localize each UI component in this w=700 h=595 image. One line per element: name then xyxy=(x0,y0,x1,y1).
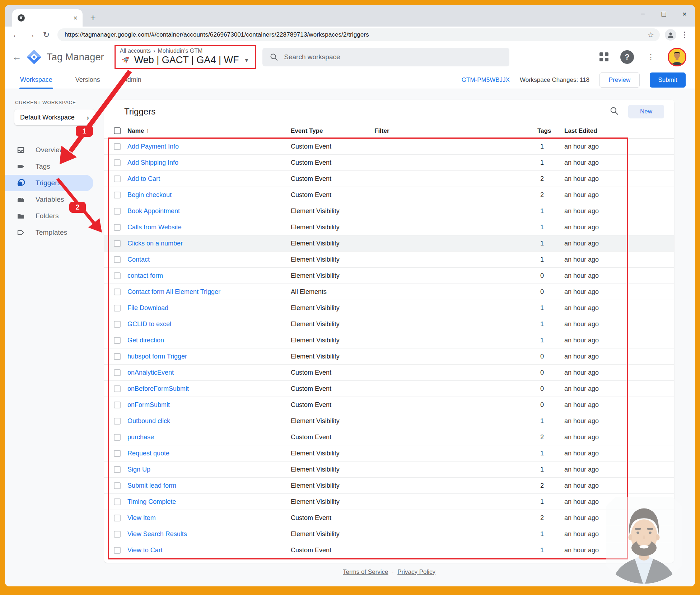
trigger-name-link[interactable]: Submit lead form xyxy=(127,482,291,489)
trigger-name-link[interactable]: contact form xyxy=(127,272,291,280)
table-row[interactable]: Contact Element Visibility 1 an hour ago xyxy=(104,252,674,268)
row-checkbox[interactable] xyxy=(114,515,121,521)
table-row[interactable]: Submit lead form Element Visibility 2 an… xyxy=(104,478,674,494)
gtm-container-id[interactable]: GTM-PM5WBJJX xyxy=(462,76,510,84)
trigger-name-link[interactable]: Request quote xyxy=(127,450,291,457)
row-checkbox[interactable] xyxy=(114,321,121,328)
address-bar[interactable]: https://tagmanager.google.com/#/containe… xyxy=(57,28,660,41)
table-row[interactable]: onFormSubmit Custom Event 0 an hour ago xyxy=(104,397,674,413)
table-row[interactable]: Outbound click Element Visibility 1 an h… xyxy=(104,413,674,429)
column-name[interactable]: Name↑ xyxy=(127,127,291,135)
trigger-name-link[interactable]: Add to Cart xyxy=(127,175,291,183)
row-checkbox[interactable] xyxy=(114,175,121,182)
new-tab-button[interactable]: + xyxy=(87,11,99,24)
trigger-name-link[interactable]: Contact form All Element Trigger xyxy=(127,288,291,296)
browser-tab[interactable]: × xyxy=(12,9,83,27)
select-all-checkbox[interactable] xyxy=(114,127,121,134)
trigger-name-link[interactable]: hubspot form Trigger xyxy=(127,353,291,360)
table-row[interactable]: Contact form All Element Trigger All Ele… xyxy=(104,284,674,300)
row-checkbox[interactable] xyxy=(114,353,121,360)
row-checkbox[interactable] xyxy=(114,337,121,344)
sidebar-item-templates[interactable]: Templates xyxy=(5,224,104,241)
table-row[interactable]: contact form Element Visibility 0 an hou… xyxy=(104,268,674,284)
table-row[interactable]: Request quote Element Visibility 1 an ho… xyxy=(104,445,674,462)
row-checkbox[interactable] xyxy=(114,450,121,457)
table-row[interactable]: onBeforeFormSubmit Custom Event 0 an hou… xyxy=(104,381,674,397)
workspace-search-input[interactable]: Search workspace xyxy=(262,48,509,66)
trigger-name-link[interactable]: Sign Up xyxy=(127,466,291,473)
trigger-name-link[interactable]: purchase xyxy=(127,434,291,441)
trigger-name-link[interactable]: Contact xyxy=(127,256,291,263)
trigger-name-link[interactable]: View to Cart xyxy=(127,547,291,554)
table-row[interactable]: Add Payment Info Custom Event 1 an hour … xyxy=(104,139,674,155)
trigger-name-link[interactable]: Timing Complete xyxy=(127,498,291,506)
apps-grid-icon[interactable] xyxy=(599,52,609,62)
row-checkbox[interactable] xyxy=(114,289,121,295)
help-icon[interactable]: ? xyxy=(620,50,634,64)
reload-icon[interactable]: ↻ xyxy=(40,29,52,41)
row-checkbox[interactable] xyxy=(114,547,121,554)
row-checkbox[interactable] xyxy=(114,418,121,425)
row-checkbox[interactable] xyxy=(114,208,121,215)
row-checkbox[interactable] xyxy=(114,482,121,489)
close-button[interactable]: × xyxy=(674,5,695,27)
table-row[interactable]: File Download Element Visibility 1 an ho… xyxy=(104,300,674,316)
trigger-name-link[interactable]: Book Appointment xyxy=(127,207,291,215)
breadcrumb-account[interactable]: Mohiuddin's GTM xyxy=(158,48,202,54)
row-checkbox[interactable] xyxy=(114,385,121,392)
column-tags[interactable]: Tags xyxy=(537,127,564,135)
trigger-name-link[interactable]: Calls from Website xyxy=(127,224,291,231)
row-checkbox[interactable] xyxy=(114,224,121,231)
column-event-type[interactable]: Event Type xyxy=(291,127,374,135)
preview-button[interactable]: Preview xyxy=(599,72,640,88)
back-icon[interactable]: ← xyxy=(10,29,22,41)
trigger-name-link[interactable]: Begin checkout xyxy=(127,191,291,199)
browser-profile-icon[interactable] xyxy=(665,29,676,41)
bookmark-star-icon[interactable]: ☆ xyxy=(648,31,654,39)
row-checkbox[interactable] xyxy=(114,192,121,198)
table-search-icon[interactable] xyxy=(610,106,619,117)
row-checkbox[interactable] xyxy=(114,531,121,538)
table-row[interactable]: View Item Custom Event 2 an hour ago xyxy=(104,510,674,526)
tab-versions[interactable]: Versions xyxy=(75,71,101,89)
trigger-name-link[interactable]: onFormSubmit xyxy=(127,401,291,409)
trigger-name-link[interactable]: GCLID to excel xyxy=(127,320,291,328)
gtm-menu-icon[interactable]: ⋮ xyxy=(645,52,656,62)
maximize-button[interactable]: □ xyxy=(653,5,674,27)
table-row[interactable]: Timing Complete Element Visibility 1 an … xyxy=(104,494,674,510)
sidebar-item-tags[interactable]: Tags xyxy=(5,158,104,175)
container-selector[interactable]: All accounts › Mohiuddin's GTM xyxy=(115,45,256,69)
trigger-name-link[interactable]: Add Payment Info xyxy=(127,143,291,150)
column-filter[interactable]: Filter xyxy=(374,127,537,135)
new-trigger-button[interactable]: New xyxy=(628,105,664,118)
sidebar-item-triggers[interactable]: Triggers xyxy=(5,175,93,191)
trigger-name-link[interactable]: File Download xyxy=(127,304,291,312)
browser-menu-icon[interactable]: ⋮ xyxy=(679,30,690,39)
table-row[interactable]: Book Appointment Element Visibility 1 an… xyxy=(104,203,674,219)
row-checkbox[interactable] xyxy=(114,143,121,150)
account-avatar[interactable] xyxy=(668,48,686,66)
trigger-name-link[interactable]: View Search Results xyxy=(127,530,291,538)
row-checkbox[interactable] xyxy=(114,256,121,263)
tab-close-icon[interactable]: × xyxy=(73,14,78,22)
table-row[interactable]: Add Shipping Info Custom Event 1 an hour… xyxy=(104,155,674,171)
table-row[interactable]: purchase Custom Event 2 an hour ago xyxy=(104,429,674,445)
tab-workspace[interactable]: Workspace xyxy=(19,71,53,89)
table-row[interactable]: Add to Cart Custom Event 2 an hour ago xyxy=(104,171,674,187)
table-row[interactable]: Calls from Website Element Visibility 1 … xyxy=(104,219,674,235)
trigger-name-link[interactable]: Add Shipping Info xyxy=(127,159,291,167)
workspace-selector[interactable]: Default Workspace › xyxy=(14,109,95,125)
row-checkbox[interactable] xyxy=(114,402,121,408)
trigger-name-link[interactable]: Outbound click xyxy=(127,417,291,425)
breadcrumb-all-accounts[interactable]: All accounts xyxy=(120,48,151,54)
trigger-name-link[interactable]: onAnalyticEvent xyxy=(127,369,291,376)
table-row[interactable]: Sign Up Element Visibility 1 an hour ago xyxy=(104,462,674,478)
sidebar-item-folders[interactable]: Folders xyxy=(5,208,104,224)
table-row[interactable]: hubspot form Trigger Element Visibility … xyxy=(104,348,674,365)
row-checkbox[interactable] xyxy=(114,369,121,376)
table-row[interactable]: Get direction Element Visibility 1 an ho… xyxy=(104,332,674,348)
minimize-button[interactable]: − xyxy=(633,5,653,27)
trigger-name-link[interactable]: View Item xyxy=(127,514,291,522)
row-checkbox[interactable] xyxy=(114,434,121,441)
table-row[interactable]: GCLID to excel Element Visibility 1 an h… xyxy=(104,316,674,332)
